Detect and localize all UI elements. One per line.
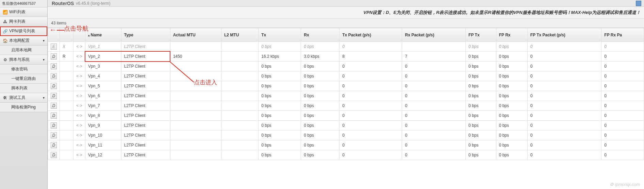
table-row[interactable]: EX<·>Vpn_1L2TP Client0 bps0 bps00 bps0 b… [48,42,644,52]
col-header-9[interactable]: Tx Packet (p/s) [340,28,402,42]
cell: 0 [402,140,466,150]
table-row[interactable]: D<·>Vpn_4L2TP Client0 bps0 bps000 bps0 b… [48,71,644,81]
table-row[interactable]: D<·>Vpn_11L2TP Client0 bps0 bps000 bps0 … [48,140,644,150]
sidebar-item-0[interactable]: 📶WiFi列表 [0,7,47,17]
flag-button[interactable]: D [51,113,57,119]
cell[interactable]: D [48,140,60,150]
cell: <·> [73,101,85,111]
cell: 0 [402,150,466,160]
sidebar: 售后微信446867537 📶WiFi列表🖧网卡列表🔗VPN/拨号列表🏠本地网配… [0,0,48,189]
cell: 0 [601,140,644,150]
cell: 0 [340,42,402,52]
cell[interactable]: D [48,52,60,62]
cell: 0 [402,81,466,91]
table-row[interactable]: D<·>Vpn_9L2TP Client0 bps0 bps000 bps0 b… [48,121,644,131]
flag-button[interactable]: D [51,73,57,79]
flag-button[interactable]: D [51,132,57,138]
flag-button[interactable]: D [51,152,57,158]
col-header-7[interactable]: Tx [259,28,301,42]
cell[interactable]: D [48,111,60,121]
sidebar-item-2[interactable]: 🔗VPN/拨号列表 [0,27,47,36]
cell: 0 [340,91,402,101]
flag-button[interactable]: D [51,53,57,59]
table-row[interactable]: D<·>Vpn_8L2TP Client0 bps0 bps000 bps0 b… [48,111,644,121]
cell: 0 [340,121,402,131]
sidebar-item-5[interactable]: ⚙脚本与系统▾ [0,55,47,65]
sidebar-item-10[interactable]: 网络检测Ping [0,103,47,112]
cell: 0 [601,131,644,140]
sidebar-item-4[interactable]: 启用本地网 [0,46,47,55]
cell: 0 [340,62,402,71]
flag-button[interactable]: D [51,83,57,89]
cell[interactable]: D [48,62,60,71]
sidebar-icon: 🛠 [3,96,7,100]
cell: 0 bps [496,42,527,52]
flag-button[interactable]: D [51,103,57,109]
table-row[interactable]: D<·>Vpn_10L2TP Client0 bps0 bps000 bps0 … [48,131,644,140]
cell[interactable]: E [48,42,60,52]
sidebar-icon: 📶 [3,10,7,15]
col-header-3[interactable]: Name [85,28,121,42]
cell[interactable]: D [48,81,60,91]
table-row[interactable]: D<·>Vpn_5L2TP Client0 bps0 bps000 bps0 b… [48,81,644,91]
sidebar-label: 一键重启路由 [11,76,36,82]
col-header-11[interactable]: FP Tx [466,28,496,42]
flag-button[interactable]: D [51,93,57,99]
cell [60,62,73,71]
cell [170,150,221,160]
col-header-14[interactable]: FP Rx Pa [601,28,644,42]
flag-button[interactable]: D [51,142,57,148]
cell: 0 bps [259,140,301,150]
sidebar-item-6[interactable]: 修改密码 [0,65,47,74]
sidebar-icon [5,67,10,72]
col-header-13[interactable]: FP Tx Packet (p/s) [527,28,601,42]
cell [170,91,221,101]
cell: 0 bps [496,131,527,140]
cell[interactable]: D [48,71,60,81]
cell [221,81,258,91]
cell: 0 bps [259,150,301,160]
cell: <·> [73,52,85,62]
col-header-12[interactable]: FP Rx [496,28,527,42]
sidebar-item-7[interactable]: 一键重启路由 [0,74,47,84]
table-row[interactable]: D<·>Vpn_3L2TP Client0 bps0 bps000 bps0 b… [48,62,644,71]
cell [221,150,258,160]
col-header-8[interactable]: Rx [301,28,340,42]
cell[interactable]: D [48,150,60,160]
col-header-6[interactable]: L2 MTU [221,28,258,42]
sidebar-item-8[interactable]: 脚本列表 [0,84,47,93]
sidebar-item-1[interactable]: 🖧网卡列表 [0,17,47,27]
sidebar-item-3[interactable]: 🏠本地网配置▾ [0,36,47,46]
col-header-5[interactable]: Actual MTU [170,28,221,42]
col-header-4[interactable]: Type [121,28,170,42]
cell: L2TP Client [121,52,170,62]
cell [170,101,221,111]
table-row[interactable]: D<·>Vpn_6L2TP Client0 bps0 bps000 bps0 b… [48,91,644,101]
cell [60,101,73,111]
table-row[interactable]: D<·>Vpn_12L2TP Client0 bps0 bps000 bps0 … [48,150,644,160]
cell: <·> [73,111,85,121]
cell[interactable]: D [48,101,60,111]
cell[interactable]: D [48,91,60,101]
cell[interactable]: D [48,131,60,140]
col-header-10[interactable]: Rx Packet (p/s) [402,28,466,42]
flag-button[interactable]: D [51,122,57,128]
col-header-0[interactable] [48,28,60,42]
cell [170,81,221,91]
col-header-2[interactable] [73,28,85,42]
table-row[interactable]: DR<·>Vpn_2L2TP Client145016.2 kbps3.0 kb… [48,52,644,62]
cell[interactable]: D [48,121,60,131]
sidebar-item-9[interactable]: 🛠测试工具▾ [0,93,47,103]
flag-button[interactable]: D [51,63,57,69]
cell: 0 bps [301,121,340,131]
sidebar-label: 脚本与系统 [9,57,30,63]
link-icon: <·> [76,44,82,49]
cell: Vpn_7 [85,101,121,111]
table-row[interactable]: D<·>Vpn_7L2TP Client0 bps0 bps000 bps0 b… [48,101,644,111]
flag-button[interactable]: E [51,44,57,50]
cell [221,42,258,52]
cell: L2TP Client [121,121,170,131]
table-wrapper[interactable]: NameTypeActual MTUL2 MTUTxRxTx Packet (p… [48,28,644,189]
cell [402,42,466,52]
col-header-1[interactable] [60,28,73,42]
